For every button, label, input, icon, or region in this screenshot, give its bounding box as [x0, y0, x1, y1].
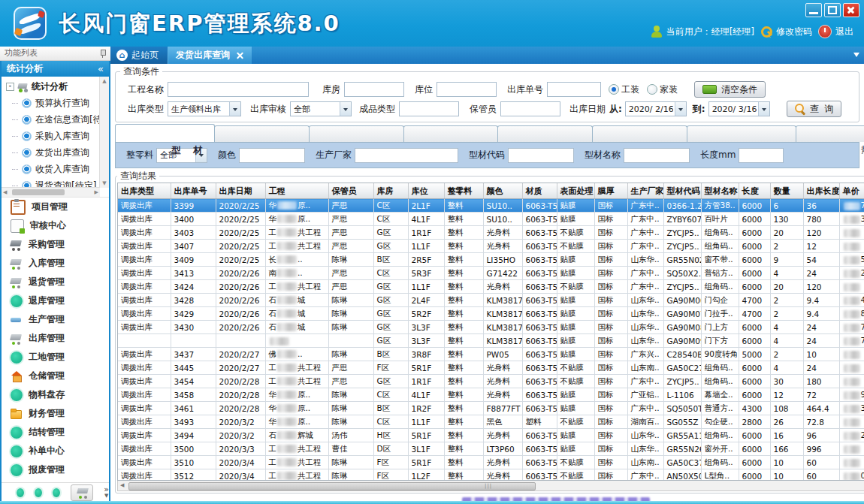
collapse-icon[interactable]: «	[98, 61, 104, 77]
table-row[interactable]: 调拨出库 3454 2020/2/28 工共工程 严思 G区 1R1F 整料 光	[118, 375, 864, 388]
table-horizontal-scrollbar[interactable]: ◀ ||| ▶	[117, 481, 864, 491]
close-button[interactable]	[843, 3, 859, 17]
sidebar-menu-item[interactable]: 补单中心	[2, 442, 109, 460]
change-password-button[interactable]: 修改密码	[760, 26, 812, 38]
maximize-button[interactable]	[824, 3, 841, 17]
column-header[interactable]: 型材代码	[663, 183, 701, 199]
material-tab[interactable]: 辅 材	[309, 125, 404, 142]
sidebar-menu-item[interactable]: 仓储管理	[2, 367, 109, 385]
sidebar-section-header[interactable]: 统计分析 «	[2, 61, 109, 77]
tree-collapse-icon[interactable]: -	[6, 83, 14, 91]
table-row[interactable]: G区 3L3F 整料 KLM3817 6063-T5 贴膜 国标 山东华.. G	[118, 334, 864, 348]
column-header[interactable]: 膜厚	[594, 183, 627, 199]
sidebar-menu-item[interactable]: 出库管理	[2, 329, 109, 348]
date-from-select[interactable]: 2020/ 2/16	[625, 101, 687, 116]
profile-name-input[interactable]	[624, 148, 690, 163]
tree-item[interactable]: 预算执行查询	[2, 95, 100, 111]
sidebar-menu-item[interactable]: 报废管理	[2, 460, 109, 479]
radio-gongzhuang[interactable]	[609, 84, 619, 95]
material-tab[interactable]: 玻 璃	[403, 125, 499, 142]
tab-shipment-query[interactable]: 发货出库查询	[168, 47, 252, 64]
table-row[interactable]: 调拨出库 3413 2020/2/26 南.. 严思 C区 5R3F 整料 G7	[118, 267, 864, 280]
column-header[interactable]: 数量	[770, 183, 803, 199]
column-header[interactable]: 型材名称	[701, 183, 739, 199]
circle-icon[interactable]	[17, 488, 24, 497]
column-header[interactable]: 出库日期	[216, 183, 265, 199]
sidebar-menu-item[interactable]: 生产管理	[2, 310, 109, 329]
warehouse-input[interactable]	[344, 82, 404, 97]
table-row[interactable]: 调拨出库 3510 2020/3/4 工共工程 陈琳 F区 5R1F 整料 光身	[118, 456, 864, 469]
table-row[interactable]: 调拨出库 3399 2020/2/25 华原.. 严思 C区 2L1F 整料 S	[118, 199, 864, 213]
order-no-input[interactable]	[547, 82, 601, 97]
table-row[interactable]: 调拨出库 3403 2020/2/25 工共工程 严思 G区 1R1F 整料 光	[118, 226, 864, 240]
tree-item[interactable]: 发货出库查询	[2, 144, 100, 161]
length-input[interactable]	[739, 148, 784, 163]
sidebar-menu-item[interactable]: 退货管理	[2, 273, 109, 291]
project-name-input[interactable]	[168, 82, 309, 97]
material-tab[interactable]: 配 件	[214, 125, 310, 142]
material-tab[interactable]: 型 材	[115, 124, 215, 142]
table-row[interactable]: 调拨出库 3461 2020/2/28 华原.. 陈琳 B区 1R2F 整料 F	[118, 402, 864, 415]
circle-icon[interactable]	[53, 488, 60, 497]
sidebar-menu-item[interactable]: 工地管理	[2, 348, 109, 367]
column-header[interactable]: 材质	[522, 183, 557, 199]
column-header[interactable]: 整零料	[444, 183, 483, 199]
column-header[interactable]: 生产厂家	[627, 183, 663, 199]
material-tab[interactable]: 耗 材	[592, 125, 687, 142]
profile-code-input[interactable]	[508, 148, 574, 163]
column-header[interactable]: 保管员	[328, 183, 373, 199]
table-row[interactable]: 调拨出库 3500 2020/3/3 工共工程 曹佳 D区 3L1F 整料 LT	[118, 442, 864, 456]
tab-close-icon[interactable]	[236, 51, 244, 59]
table-row[interactable]: 调拨出库 3428 2020/2/26 石城 陈琳 G区 2L4F 整料 KLM	[118, 294, 864, 307]
manufacturer-input[interactable]	[355, 148, 458, 163]
column-header[interactable]: 表面处理	[557, 183, 594, 199]
table-row[interactable]: 调拨出库 3409 2020/2/25 长.. 陈琳 B区 2R5F 整料 LI	[118, 253, 864, 267]
tree-horizontal-scrollbar[interactable]: ◀▶	[2, 187, 100, 197]
color-input[interactable]	[239, 148, 305, 163]
table-row[interactable]: 调拨出库 3424 2020/2/26 工共工程 严思 G区 1L1F 整料 光	[118, 280, 864, 294]
column-header[interactable]: 长度	[739, 183, 770, 199]
date-to-select[interactable]: 2020/ 3/16	[708, 101, 770, 116]
material-tab[interactable]: 隔 热 条	[796, 125, 864, 142]
column-header[interactable]: 颜色	[483, 183, 522, 199]
sidebar-menu-item[interactable]: 结转管理	[2, 423, 109, 442]
column-header[interactable]: 单价	[839, 183, 864, 199]
table-row[interactable]: 调拨出库 3430 2020/2/26 石城 陈琳 G区 3L3F 整料 KLM	[118, 321, 864, 334]
tree-item[interactable]: 在途信息查询[待	[2, 111, 100, 128]
table-row[interactable]: 调拨出库 3407 2020/2/25 工共工程 严思 G区 1L1F 整料 光	[118, 240, 864, 253]
sidebar-menu-item[interactable]: 财务管理	[2, 404, 109, 423]
tab-list-dropdown-icon[interactable]	[853, 53, 859, 60]
sidebar-menu-item[interactable]: 物料盘存	[2, 385, 109, 404]
out-type-select[interactable]: 生产领料出库	[168, 101, 241, 116]
tree-root-node[interactable]: - 统计分析	[2, 77, 100, 95]
table-row[interactable]: 调拨出库 3445 2020/2/27 工共工程 严思 F区 5R1F 整料 光	[118, 361, 864, 375]
sidebar-menu-item[interactable]: 退库管理	[2, 291, 109, 310]
product-type-input[interactable]	[399, 101, 459, 116]
horizontal-scroll-thumb[interactable]	[128, 482, 536, 490]
audit-select[interactable]: 全部	[290, 101, 352, 116]
column-header[interactable]: 库位	[408, 183, 444, 199]
sidebar-menu-item[interactable]: 审核中心	[2, 216, 109, 235]
tree-item[interactable]: 收货入库查询	[2, 161, 100, 177]
table-row[interactable]: 调拨出库 3429 2020/2/26 石城 陈琳 G区 5R2F 整料 KLM	[118, 307, 864, 321]
radio-jiazhuang[interactable]	[647, 84, 657, 95]
table-row[interactable]: 调拨出库 3458 2020/2/28 华原.. 陈琳 C区 4L1F 整料 光	[118, 388, 864, 402]
column-header[interactable]: 工程	[265, 183, 328, 199]
table-row[interactable]: 调拨出库 3400 2020/2/25 华原.. 严思 C区 4L1F 整料 S	[118, 213, 864, 226]
sidebar-menu-item[interactable]: 项目管理	[2, 198, 109, 216]
table-row[interactable]: 调拨出库 3493 2020/3/2 华原.. 陈琳 C区 1L1F 整料 黑色	[118, 415, 864, 429]
minimize-button[interactable]	[805, 3, 822, 17]
material-tab[interactable]: 成 品	[497, 125, 593, 142]
location-input[interactable]	[437, 82, 497, 97]
keeper-input[interactable]	[500, 101, 560, 116]
tree-vertical-scrollbar[interactable]: ▲▼	[99, 77, 109, 188]
pin-icon[interactable]	[99, 49, 106, 58]
more-chevron-icon[interactable]: »▼	[104, 487, 109, 499]
circle-icon[interactable]	[35, 488, 42, 497]
tree-item[interactable]: 采购入库查询	[2, 128, 100, 144]
tree-item[interactable]: 退货查询[待定]	[2, 177, 100, 188]
cart-quick-button[interactable]	[71, 484, 93, 501]
clear-conditions-button[interactable]: 清空条件	[694, 81, 766, 98]
column-header[interactable]: 库房	[373, 183, 408, 199]
column-header[interactable]: 出库长度	[803, 183, 839, 199]
